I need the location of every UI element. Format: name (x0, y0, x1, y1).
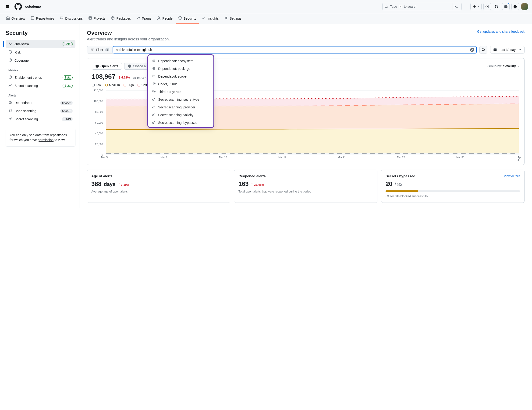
filter-input[interactable] (116, 47, 470, 53)
issue-icon (485, 5, 489, 9)
filter-suggestion[interactable]: CodeQL: rule (148, 80, 213, 88)
filter-label: Filter (96, 48, 103, 52)
bot-icon (152, 59, 156, 63)
filter-suggestion[interactable]: Secret scanning: validity (148, 111, 213, 119)
new-menu-button[interactable] (470, 3, 482, 10)
arrow-up-icon (118, 76, 121, 79)
bot-icon (9, 100, 12, 105)
svg-rect-5 (31, 17, 34, 19)
legend-low[interactable]: Low (92, 83, 101, 87)
legend-swatch (138, 84, 140, 86)
open-alerts-tab[interactable]: Open alerts (92, 63, 122, 70)
project-icon (88, 16, 92, 20)
svg-point-14 (10, 102, 10, 103)
shield-icon (178, 16, 182, 20)
metric-card-age-of-alerts: Age of alerts388 days 3.19%Average age o… (87, 170, 230, 203)
search-kbd: / (399, 5, 402, 8)
tab-repositories[interactable]: Repositories (28, 13, 57, 24)
x-icon (471, 48, 473, 51)
tab-projects[interactable]: Projects (86, 13, 108, 24)
svg-rect-25 (153, 75, 155, 77)
plus-icon (473, 5, 476, 9)
sidebar-item-coverage[interactable]: Coverage (6, 56, 76, 65)
sidebar-item-code-scanning[interactable]: Code scanning5,000+ (6, 107, 76, 115)
filter-suggestion[interactable]: Dependabot: ecosystem (148, 57, 213, 65)
svg-point-21 (154, 60, 155, 61)
legend-medium[interactable]: Medium (105, 83, 120, 87)
filter-suggestion[interactable]: Secret scanning: secret type (148, 95, 213, 103)
copilot-button[interactable] (512, 3, 519, 10)
notification-dot (508, 3, 510, 4)
sidebar-item-secret-scanning[interactable]: Secret scanning3,619 (6, 115, 76, 123)
tab-discussions[interactable]: Discussions (57, 13, 85, 24)
svg-point-26 (153, 76, 154, 76)
date-range-selector[interactable]: Last 30 days (490, 46, 524, 54)
key-icon (152, 113, 156, 117)
count-badge: 5,000+ (60, 101, 73, 105)
github-logo[interactable] (14, 3, 22, 10)
sidebar-item-secret-scanning[interactable]: Secret scanningBeta (6, 82, 76, 90)
svg-rect-13 (9, 102, 11, 104)
tab-packages[interactable]: Packages (109, 13, 133, 24)
svg-rect-22 (153, 67, 155, 69)
count-badge: 5,000+ (60, 109, 73, 113)
user-avatar[interactable] (521, 3, 528, 10)
sidebar-item-overview[interactable]: OverviewBeta (6, 40, 76, 48)
filter-suggestion[interactable]: Dependabot: scope (148, 72, 213, 80)
svg-point-16 (10, 110, 11, 111)
tab-insights[interactable]: Insights (200, 13, 221, 24)
sidebar-item-enablement-trends[interactable]: Enablement trendsBeta (6, 73, 76, 82)
repo-icon (31, 16, 34, 20)
group-by-selector[interactable]: Group by: Severity (487, 64, 520, 68)
svg-point-10 (226, 18, 227, 19)
command-palette-button[interactable] (453, 3, 460, 10)
sidebar-item-dependabot[interactable]: Dependabot5,000+ (6, 99, 76, 107)
graph-icon (202, 16, 206, 20)
filter-suggestion[interactable]: Secret scanning: provider (148, 103, 213, 111)
beta-badge: Beta (63, 42, 73, 46)
trend-indicator: 3.19% (118, 183, 130, 186)
legend-high[interactable]: High (124, 83, 134, 87)
menu-button[interactable] (4, 3, 11, 10)
beta-badge: Beta (63, 84, 73, 88)
tab-security[interactable]: Security (176, 13, 199, 24)
filter-suggestion[interactable]: Dependabot: package (148, 65, 213, 72)
issues-button[interactable] (484, 3, 491, 10)
svg-point-17 (9, 109, 12, 112)
global-search[interactable]: Type / to search (382, 3, 462, 10)
svg-point-31 (152, 90, 155, 93)
tab-people[interactable]: People (155, 13, 175, 24)
filter-button[interactable]: Filter 2 (87, 46, 113, 54)
search-submit-button[interactable] (479, 46, 487, 54)
notifications-button[interactable] (502, 3, 510, 10)
sidebar-item-risk[interactable]: Risk (6, 48, 76, 56)
caret-down-icon (477, 6, 479, 8)
key-icon (152, 105, 156, 109)
filter-icon (90, 48, 94, 52)
org-name[interactable]: octodemo (25, 5, 41, 9)
bot-icon (152, 66, 156, 71)
svg-point-28 (153, 83, 155, 84)
filter-suggestion[interactable]: Third-party: rule (148, 88, 213, 95)
search-hint: to search (404, 5, 417, 9)
tab-settings[interactable]: Settings (222, 13, 244, 24)
progress-bar (386, 191, 520, 192)
search-placeholder: Type (390, 5, 397, 9)
svg-point-4 (497, 7, 498, 8)
caret-down-icon (517, 65, 520, 67)
scan-icon (152, 89, 156, 94)
pull-requests-button[interactable] (493, 3, 500, 10)
clear-filter-button[interactable] (470, 48, 474, 52)
svg-point-3 (495, 7, 496, 8)
filter-suggestion[interactable]: Secret scanning: bypassed (148, 119, 213, 126)
tab-overview[interactable]: Overview (4, 13, 27, 24)
search-icon (482, 48, 485, 52)
svg-rect-6 (89, 17, 92, 19)
permission-link[interactable]: permission (38, 138, 54, 142)
feedback-link[interactable]: Get updates and share feedback (477, 30, 524, 33)
view-details-link[interactable]: View details (504, 174, 520, 178)
metric-card-secrets-bypassed: Secrets bypassedView details20 / 8363 se… (381, 170, 524, 203)
comment-icon (60, 16, 64, 20)
tab-teams[interactable]: Teams (134, 13, 154, 24)
svg-rect-19 (153, 60, 155, 62)
